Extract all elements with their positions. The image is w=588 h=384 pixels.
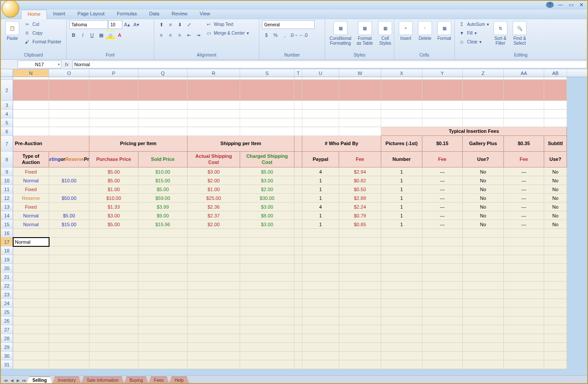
cell[interactable] (504, 360, 544, 369)
cell[interactable]: $5.00 (138, 185, 188, 194)
cell[interactable] (188, 238, 240, 246)
cell[interactable]: $5.00 (89, 176, 138, 185)
close-button[interactable]: ✕ (577, 2, 585, 8)
cell[interactable]: 1 (381, 194, 422, 203)
row-header[interactable]: 28 (1, 334, 13, 343)
cell[interactable] (49, 273, 89, 281)
cell[interactable] (294, 334, 302, 343)
header-cell[interactable]: Paypal (302, 152, 339, 167)
cell[interactable]: $5.00 (89, 167, 138, 176)
cell[interactable] (463, 290, 504, 299)
cell[interactable] (422, 308, 463, 316)
cell[interactable] (381, 316, 422, 325)
cell[interactable] (339, 352, 381, 360)
cell[interactable] (138, 299, 188, 308)
col-header-u[interactable]: U (302, 69, 339, 77)
cell[interactable] (302, 290, 339, 299)
minimize-button[interactable]: — (556, 2, 564, 8)
cell[interactable] (13, 273, 49, 281)
header-cell[interactable]: Gallery Plus (463, 136, 504, 152)
cell[interactable] (138, 127, 188, 136)
align-left-button[interactable]: ≡ (157, 31, 166, 39)
cell[interactable]: $0.79 (339, 211, 381, 220)
col-header-s[interactable]: S (240, 69, 294, 77)
cell[interactable] (294, 220, 302, 229)
cell[interactable] (294, 343, 302, 352)
cell[interactable] (49, 229, 89, 238)
cell[interactable] (138, 255, 188, 264)
cell[interactable] (339, 334, 381, 343)
cell[interactable] (13, 299, 49, 308)
cell[interactable] (504, 290, 544, 299)
cell[interactable]: 1 (302, 194, 339, 203)
cell[interactable] (302, 110, 339, 118)
cell[interactable]: --- (422, 211, 463, 220)
increase-indent-button[interactable]: ⇥ (194, 31, 202, 39)
cell[interactable] (13, 352, 49, 360)
header-cell[interactable]: Number (381, 152, 422, 167)
cell[interactable] (138, 264, 188, 273)
col-header-x[interactable]: X (381, 69, 422, 77)
font-color-button[interactable]: A (115, 31, 124, 39)
cell[interactable] (381, 246, 422, 255)
header-cell[interactable]: Purchase Price (89, 152, 138, 167)
cell[interactable] (188, 316, 240, 325)
cell[interactable] (13, 255, 49, 264)
paste-button[interactable]: 📋 Paste (4, 20, 21, 42)
cell[interactable] (504, 308, 544, 316)
cell[interactable]: 4 (302, 203, 339, 211)
cell[interactable] (302, 264, 339, 273)
cell[interactable]: $25.00 (188, 194, 240, 203)
cell[interactable] (381, 264, 422, 273)
cell[interactable] (49, 127, 89, 136)
cell[interactable]: $2.94 (339, 167, 381, 176)
cell[interactable]: $3.00 (240, 220, 294, 229)
cell[interactable]: $10.00 (49, 176, 89, 185)
cell[interactable] (463, 238, 504, 246)
cell[interactable] (49, 255, 89, 264)
cell[interactable] (463, 281, 504, 290)
cell[interactable] (381, 290, 422, 299)
align-right-button[interactable]: ≡ (175, 31, 184, 39)
row-header[interactable]: 24 (1, 299, 13, 308)
cell[interactable] (89, 316, 138, 325)
tab-page-layout[interactable]: Page Layout (71, 10, 111, 19)
cell[interactable] (49, 290, 89, 299)
cell[interactable] (294, 352, 302, 360)
cell[interactable] (49, 316, 89, 325)
cell[interactable]: No (463, 185, 504, 194)
cell[interactable] (294, 264, 302, 273)
cell[interactable]: 1 (302, 211, 339, 220)
cell[interactable] (504, 334, 544, 343)
sheet-tab-buying[interactable]: Buying (124, 377, 149, 384)
header-cell[interactable]: Pricing per Item (89, 136, 188, 152)
col-header-q[interactable]: Q (138, 69, 188, 77)
cell[interactable] (138, 308, 188, 316)
cell[interactable]: $0.85 (339, 220, 381, 229)
shrink-font-button[interactable]: A▾ (132, 20, 141, 29)
row-header[interactable]: 11 (1, 185, 13, 194)
cell[interactable] (138, 118, 188, 127)
cell[interactable] (381, 238, 422, 246)
cell[interactable] (188, 101, 240, 110)
cell[interactable] (339, 127, 381, 136)
cell[interactable] (422, 299, 463, 308)
cell[interactable]: --- (504, 194, 544, 203)
cell[interactable] (381, 299, 422, 308)
cell[interactable] (138, 316, 188, 325)
cell[interactable]: --- (422, 203, 463, 211)
cell[interactable]: 1 (381, 203, 422, 211)
cell[interactable] (463, 325, 504, 334)
cell[interactable] (138, 325, 188, 334)
cell[interactable] (294, 325, 302, 334)
cell[interactable]: No (463, 194, 504, 203)
cell[interactable] (422, 255, 463, 264)
cell[interactable] (544, 334, 567, 343)
cell[interactable]: $3.00 (240, 176, 294, 185)
cell[interactable] (188, 80, 240, 101)
cell[interactable] (49, 167, 89, 176)
wrap-text-button[interactable]: ↩Wrap Text (204, 20, 250, 28)
header-cell[interactable] (294, 152, 302, 167)
cell[interactable]: $9.00 (138, 211, 188, 220)
cell[interactable]: $1.00 (188, 185, 240, 194)
